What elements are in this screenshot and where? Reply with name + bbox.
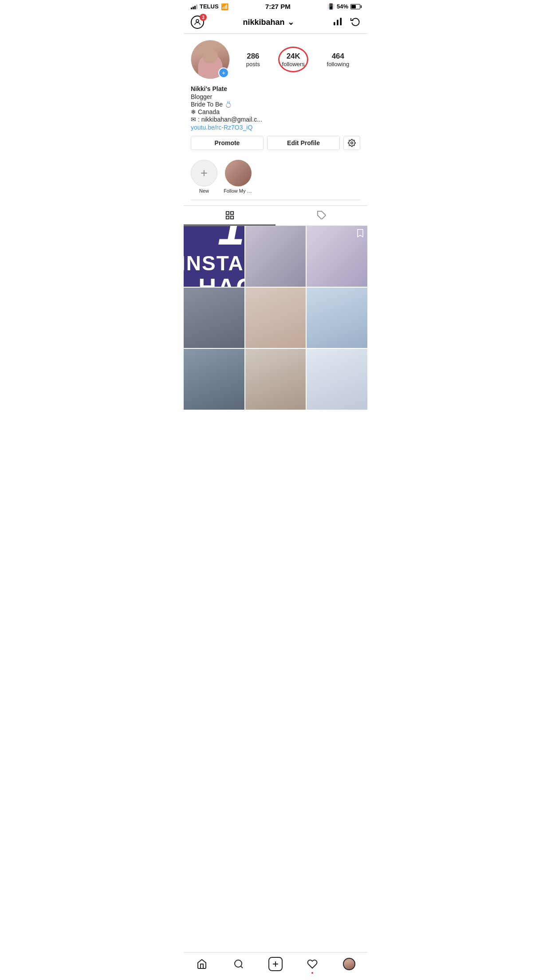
grid-cell-6[interactable] <box>307 288 367 348</box>
settings-button[interactable] <box>343 136 360 150</box>
following-count: 464 <box>332 52 344 61</box>
chevron-down-icon: ⌄ <box>287 17 294 27</box>
story-follow[interactable]: Follow My S... <box>224 160 252 194</box>
grid-cell-2[interactable] <box>245 226 306 287</box>
svg-rect-2 <box>337 20 338 25</box>
followers-stat[interactable]: 24K followers <box>282 52 305 67</box>
bio-name: Nikki's Plate <box>191 85 360 92</box>
photo-grid: 18 INSTAGRAM HACKS for 2018 <box>184 226 367 410</box>
poster-word1: INSTAGRAM <box>184 252 244 275</box>
grid-cell-4[interactable] <box>184 288 244 348</box>
nav-header: 3 nikkibahan ⌄ <box>184 12 367 34</box>
posts-label: posts <box>246 61 260 67</box>
promote-button[interactable]: Promote <box>191 136 264 150</box>
svg-rect-6 <box>230 212 233 214</box>
username-text: nikkibahan <box>243 18 284 27</box>
svg-rect-5 <box>226 212 228 214</box>
avatar-plus-button[interactable]: + <box>218 67 229 78</box>
bio-line3: ❄ Canada <box>191 108 360 115</box>
history-icon[interactable] <box>350 16 360 28</box>
following-stat[interactable]: 464 following <box>327 52 350 67</box>
stats-icon[interactable] <box>333 17 342 28</box>
status-time: 7:27 PM <box>265 3 291 10</box>
posts-count: 286 <box>247 52 259 61</box>
battery-percent: 54% <box>337 3 348 10</box>
svg-point-0 <box>196 20 199 22</box>
grid-cell-5[interactable] <box>245 288 306 348</box>
action-buttons: Promote Edit Profile <box>191 136 360 150</box>
instagram-hacks-poster[interactable]: 18 INSTAGRAM HACKS for 2018 <box>184 226 244 287</box>
follow-story-label: Follow My S... <box>224 188 252 194</box>
follow-story-circle <box>225 160 252 186</box>
svg-point-4 <box>351 142 353 144</box>
status-left: TELUS 📶 <box>191 3 228 10</box>
profile-section: + 286 posts 24K followers 464 following … <box>184 34 367 205</box>
signal-icon <box>191 4 197 9</box>
svg-rect-3 <box>340 17 342 25</box>
bio-link[interactable]: youtu.be/rc-Rz7O3_iQ <box>191 124 252 131</box>
username-header[interactable]: nikkibahan ⌄ <box>243 17 294 27</box>
bio-line1: Blogger <box>191 93 360 100</box>
status-bar: TELUS 📶 7:27 PM 📳 54% <box>184 0 367 12</box>
tab-grid[interactable] <box>184 206 276 225</box>
svg-rect-7 <box>226 216 228 219</box>
new-story-circle: + <box>191 160 217 186</box>
following-label: following <box>327 61 350 67</box>
grid-cell-3[interactable] <box>307 226 367 287</box>
stories-row: + New Follow My S... <box>191 155 360 200</box>
profile-top: + 286 posts 24K followers 464 following <box>191 40 360 79</box>
tab-tagged[interactable] <box>276 206 367 225</box>
carrier-label: TELUS <box>200 3 219 10</box>
followers-count: 24K <box>287 52 300 61</box>
posts-stat[interactable]: 286 posts <box>246 52 260 67</box>
wifi-icon: 📶 <box>221 3 228 10</box>
story-new[interactable]: + New <box>191 160 217 194</box>
grid-cell-8[interactable] <box>245 349 306 410</box>
bluetooth-icon: 📳 <box>327 3 335 10</box>
bio-section: Nikki's Plate Blogger Bride To Be 💍 ❄ Ca… <box>191 85 360 131</box>
status-right: 📳 54% <box>327 3 360 10</box>
grid-cell-9[interactable] <box>307 349 367 410</box>
grid-cell-1[interactable]: 18 INSTAGRAM HACKS for 2018 <box>184 226 244 287</box>
edit-profile-button[interactable]: Edit Profile <box>267 136 340 150</box>
poster-word2: HACKS <box>198 275 244 287</box>
battery-icon <box>350 4 360 9</box>
stats-row: 286 posts 24K followers 464 following <box>235 52 360 67</box>
new-story-label: New <box>199 188 209 194</box>
tab-bar <box>184 205 367 226</box>
svg-rect-1 <box>334 22 335 25</box>
notification-badge: 3 <box>200 14 207 21</box>
followers-label: followers <box>282 61 305 67</box>
svg-rect-8 <box>230 216 233 219</box>
bio-line2: Bride To Be 💍 <box>191 101 360 108</box>
nav-icons <box>333 16 360 28</box>
bio-line4: ✉ : nikkibahan@gmail.c... <box>191 116 360 123</box>
avatar[interactable]: + <box>191 40 230 79</box>
grid-cell-7[interactable] <box>184 349 244 410</box>
new-story-icon: + <box>201 166 208 180</box>
add-account-button[interactable]: 3 <box>191 16 204 29</box>
poster-number: 18 <box>217 226 244 252</box>
